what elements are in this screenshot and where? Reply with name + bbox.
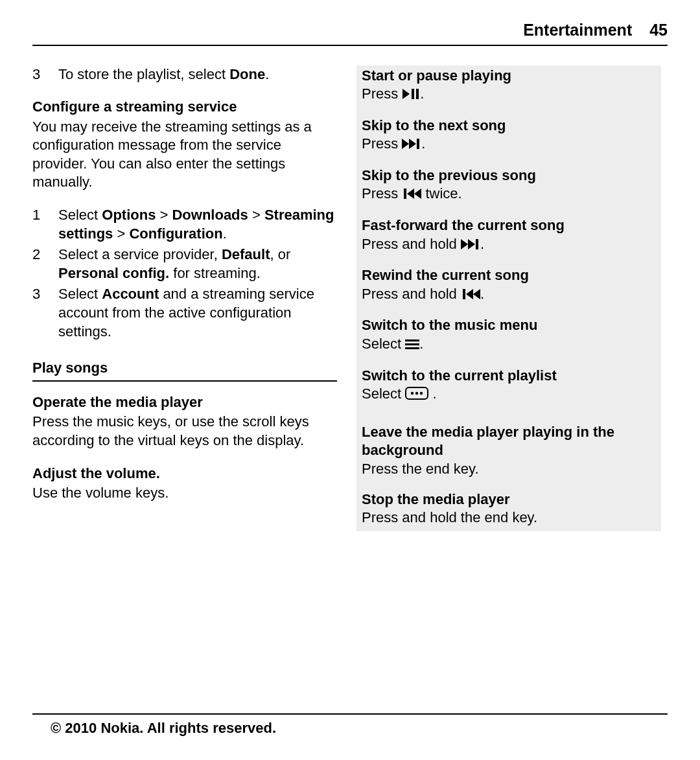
- playlist-dots-icon: [405, 386, 428, 405]
- play-songs-rule: [32, 380, 337, 382]
- svg-marker-7: [407, 189, 414, 199]
- svg-rect-5: [417, 139, 419, 149]
- next-song-text: Press .: [362, 135, 656, 155]
- start-pause-text: Press .: [362, 85, 656, 105]
- svg-point-21: [420, 392, 423, 395]
- fast-forward-icon: [461, 236, 480, 255]
- page-header: Entertainment 45: [32, 19, 668, 46]
- configure-step: 3Select Account and a streaming service …: [32, 285, 337, 341]
- music-menu-text: Select .: [362, 335, 656, 355]
- svg-point-20: [415, 392, 418, 395]
- playlist-store-step: 3 To store the playlist, select Done.: [32, 65, 337, 84]
- svg-marker-10: [468, 239, 475, 249]
- step-number: 3: [32, 65, 58, 84]
- svg-rect-16: [405, 343, 419, 345]
- svg-marker-8: [414, 189, 421, 199]
- step-number: 1: [32, 206, 58, 243]
- svg-rect-17: [405, 347, 419, 349]
- prev-song-block: Skip to the previous song Press twice.: [362, 167, 656, 205]
- step-number: 2: [32, 246, 58, 282]
- skip-next-icon: [402, 136, 421, 155]
- background-text: Press the end key.: [362, 460, 656, 479]
- step-text: Select Account and a streaming service a…: [58, 285, 337, 341]
- svg-marker-13: [466, 289, 473, 299]
- configure-paragraph: You may receive the streaming settings a…: [32, 118, 337, 192]
- svg-marker-4: [409, 139, 416, 149]
- menu-list-icon: [405, 336, 419, 355]
- current-playlist-text: Select .: [362, 385, 656, 405]
- svg-marker-14: [473, 289, 480, 299]
- svg-point-19: [411, 392, 414, 395]
- shaded-panel: Start or pause playing Press . Skip to t…: [356, 65, 661, 531]
- svg-marker-0: [402, 89, 410, 99]
- section-title: Entertainment: [523, 21, 632, 39]
- svg-rect-2: [416, 89, 419, 99]
- prev-song-text: Press twice.: [362, 185, 656, 205]
- prev-song-heading: Skip to the previous song: [362, 167, 656, 185]
- play-pause-icon: [402, 86, 420, 105]
- svg-marker-3: [402, 139, 409, 149]
- svg-rect-15: [405, 340, 419, 341]
- left-column: 3 To store the playlist, select Done. Co…: [32, 65, 337, 531]
- background-heading: Leave the media player playing in the ba…: [362, 423, 656, 460]
- rewind-icon: [461, 286, 480, 305]
- step-number: 3: [32, 285, 58, 341]
- music-menu-block: Switch to the music menu Select .: [362, 316, 656, 354]
- music-menu-heading: Switch to the music menu: [362, 316, 656, 335]
- play-songs-heading: Play songs: [32, 359, 337, 378]
- rewind-heading: Rewind the current song: [362, 266, 656, 285]
- rewind-text: Press and hold .: [362, 285, 656, 305]
- svg-rect-12: [463, 289, 465, 299]
- stop-block: Stop the media player Press and hold the…: [362, 490, 656, 527]
- svg-marker-9: [461, 239, 468, 249]
- content-columns: 3 To store the playlist, select Done. Co…: [32, 65, 668, 531]
- svg-rect-11: [476, 239, 478, 249]
- current-playlist-block: Switch to the current playlist Select .: [362, 367, 656, 405]
- step-text: Select Options > Downloads > Streaming s…: [58, 206, 337, 243]
- configure-heading: Configure a streaming service: [32, 98, 337, 117]
- operate-paragraph: Press the music keys, or use the scroll …: [32, 413, 337, 450]
- ffwd-text: Press and hold .: [362, 235, 656, 255]
- next-song-heading: Skip to the next song: [362, 117, 656, 135]
- manual-page: Entertainment 45 3 To store the playlist…: [0, 0, 700, 760]
- page-number: 45: [649, 21, 668, 39]
- footer-rule: [32, 713, 668, 715]
- rewind-block: Rewind the current song Press and hold .: [362, 266, 656, 305]
- ffwd-block: Fast-forward the current song Press and …: [362, 216, 656, 255]
- volume-paragraph: Use the volume keys.: [32, 484, 337, 503]
- copyright-footer: © 2010 Nokia. All rights reserved.: [51, 719, 276, 738]
- stop-text: Press and hold the end key.: [362, 509, 656, 527]
- step-text: To store the playlist, select Done.: [58, 65, 337, 84]
- stop-heading: Stop the media player: [362, 490, 656, 509]
- volume-heading: Adjust the volume.: [32, 465, 337, 483]
- configure-step: 2Select a service provider, Default, or …: [32, 246, 337, 282]
- next-song-block: Skip to the next song Press .: [362, 117, 656, 155]
- right-column: Start or pause playing Press . Skip to t…: [356, 65, 661, 531]
- start-pause-block: Start or pause playing Press .: [362, 67, 656, 105]
- ffwd-heading: Fast-forward the current song: [362, 216, 656, 235]
- operate-heading: Operate the media player: [32, 393, 337, 412]
- configure-steps: 1Select Options > Downloads > Streaming …: [32, 206, 337, 341]
- current-playlist-heading: Switch to the current playlist: [362, 367, 656, 386]
- svg-rect-1: [412, 89, 414, 99]
- skip-prev-icon: [402, 186, 421, 205]
- start-pause-heading: Start or pause playing: [362, 67, 656, 86]
- step-text: Select a service provider, Default, or P…: [58, 246, 337, 282]
- configure-step: 1Select Options > Downloads > Streaming …: [32, 206, 337, 243]
- svg-rect-6: [404, 189, 406, 199]
- background-block: Leave the media player playing in the ba…: [362, 423, 656, 479]
